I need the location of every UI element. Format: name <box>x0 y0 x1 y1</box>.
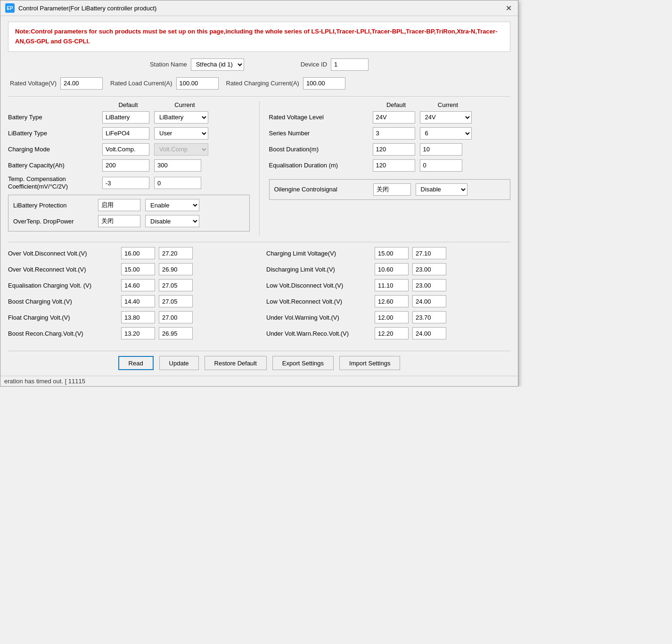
battery-capacity-row: Battery Capacity(Ah) <box>8 159 250 172</box>
lvdv-default[interactable] <box>375 279 409 291</box>
ovr-default[interactable] <box>121 263 155 275</box>
fcv-current[interactable] <box>159 311 193 323</box>
libattery-type-label: LiBattery Type <box>8 130 102 137</box>
equalisation-duration-default[interactable] <box>373 159 415 172</box>
boost-duration-default[interactable] <box>373 143 415 156</box>
note-text: Note:Control parameters for such product… <box>15 27 503 47</box>
oilengine-current[interactable]: Enable Disable <box>416 183 467 196</box>
boost-duration-current[interactable] <box>420 143 462 156</box>
left-current-header: Current <box>154 101 215 108</box>
station-name-select[interactable]: Střecha (id 1) <box>191 58 244 71</box>
battery-type-current[interactable]: LiBattery <box>154 111 208 124</box>
device-id-label: Device ID <box>301 61 327 68</box>
brcv-default[interactable] <box>121 327 155 339</box>
battery-type-default[interactable] <box>102 111 149 124</box>
import-button[interactable]: Import Settings <box>339 356 400 370</box>
restore-button[interactable]: Restore Default <box>205 356 267 370</box>
right-default-header: Default <box>373 101 420 108</box>
uvwrv-row: Under Volt.Warn.Reco.Volt.(V) <box>266 327 510 339</box>
battery-capacity-current[interactable] <box>154 159 201 172</box>
libattery-type-default[interactable] <box>102 127 149 140</box>
libattery-protection-default[interactable] <box>98 199 140 211</box>
content-area: Note:Control parameters for such product… <box>0 16 518 376</box>
ecv-label: Equalisation Charging Volt. (V) <box>8 282 121 289</box>
rated-voltage-level-current[interactable]: 12V 24V 36V 48V <box>420 111 472 124</box>
series-number-current[interactable]: 3 4 5 6 7 8 <box>420 127 472 140</box>
libattery-protection-current[interactable]: Enable Disable <box>145 199 199 211</box>
read-button[interactable]: Read <box>118 356 154 370</box>
charging-mode-default[interactable] <box>102 143 149 156</box>
fcv-row: Float Charging Volt.(V) <box>8 311 252 323</box>
oilengine-group-box: Oilengine Controlsignal Enable Disable <box>269 179 511 200</box>
libattery-type-row: LiBattery Type LiFePO4 User <box>8 127 250 140</box>
bcv-default[interactable] <box>121 295 155 307</box>
close-button[interactable]: ✕ <box>504 3 513 13</box>
ecv-current[interactable] <box>159 279 193 291</box>
clv-row: Charging Limit Voltage(V) <box>266 247 510 259</box>
oilengine-default[interactable] <box>373 183 411 196</box>
buttons-row: Read Update Restore Default Export Setti… <box>8 351 510 370</box>
battery-capacity-label: Battery Capacity(Ah) <box>8 162 102 169</box>
clv-current[interactable] <box>412 247 446 259</box>
dlv-default[interactable] <box>375 263 409 275</box>
fcv-default[interactable] <box>121 311 155 323</box>
series-number-label: Series Number <box>269 130 373 137</box>
dlv-current[interactable] <box>412 263 446 275</box>
dlv-label: Discharging Limit Volt.(V) <box>266 266 375 273</box>
lvdv-current[interactable] <box>412 279 446 291</box>
temp-comp-default[interactable] <box>102 177 149 189</box>
protection-group-box: LiBattery Protection Enable Disable Over… <box>8 195 250 231</box>
charging-mode-label: Charging Mode <box>8 146 102 153</box>
battery-capacity-default[interactable] <box>102 159 149 172</box>
rated-charging-label: Rated Charging Current(A) <box>226 80 299 87</box>
uvwrv-default[interactable] <box>375 327 409 339</box>
rated-load-input[interactable] <box>176 77 219 90</box>
uvwv-current[interactable] <box>412 311 446 323</box>
fcv-label: Float Charging Volt.(V) <box>8 314 121 321</box>
dlv-row: Discharging Limit Volt.(V) <box>266 263 510 275</box>
temp-comp-label: Temp. CompensationCoefficient(mV/°C/2V) <box>8 175 102 191</box>
device-id-input[interactable] <box>331 58 369 71</box>
lvrv-current[interactable] <box>412 295 446 307</box>
voltage-right: Charging Limit Voltage(V) Discharging Li… <box>266 247 510 343</box>
rated-voltage-input[interactable] <box>60 77 103 90</box>
uvwrv-label: Under Volt.Warn.Reco.Volt.(V) <box>266 330 375 337</box>
lvrv-label: Low Volt.Reconnect Volt.(V) <box>266 298 375 305</box>
clv-default[interactable] <box>375 247 409 259</box>
overtemp-default[interactable] <box>98 215 140 227</box>
equalisation-duration-current[interactable] <box>420 159 462 172</box>
lvdv-label: Low Volt.Disconnect Volt.(V) <box>266 282 375 289</box>
ecv-default[interactable] <box>121 279 155 291</box>
boost-duration-label: Boost Duration(m) <box>269 146 373 153</box>
ovr-current[interactable] <box>159 263 193 275</box>
rated-charging-input[interactable] <box>303 77 345 90</box>
rated-charging-group: Rated Charging Current(A) <box>226 77 345 90</box>
brcv-label: Boost Recon.Charg.Volt.(V) <box>8 330 121 337</box>
uvwrv-current[interactable] <box>412 327 446 339</box>
series-number-default[interactable] <box>373 127 415 140</box>
brcv-current[interactable] <box>159 327 193 339</box>
ecv-row: Equalisation Charging Volt. (V) <box>8 279 252 291</box>
temp-comp-current[interactable] <box>154 177 201 189</box>
overtemp-current[interactable]: Enable Disable <box>145 215 199 227</box>
params-main: Default Current Battery Type LiBattery L… <box>8 101 510 236</box>
station-name-group: Station Name Střecha (id 1) <box>150 58 244 71</box>
libattery-type-current[interactable]: LiFePO4 User <box>154 127 208 140</box>
left-params: Default Current Battery Type LiBattery L… <box>8 101 260 236</box>
app-icon: EP <box>5 3 15 13</box>
rated-voltage-level-default[interactable] <box>373 111 415 124</box>
export-button[interactable]: Export Settings <box>272 356 334 370</box>
equalisation-duration-label: Equalisation Duration (m) <box>269 162 373 169</box>
charging-mode-current[interactable]: Volt.Comp <box>154 143 208 156</box>
oilengine-row: Oilengine Controlsignal Enable Disable <box>274 183 506 196</box>
update-button[interactable]: Update <box>159 356 199 370</box>
bcv-current[interactable] <box>159 295 193 307</box>
lvrv-default[interactable] <box>375 295 409 307</box>
ovd-default[interactable] <box>121 247 155 259</box>
uvwv-default[interactable] <box>375 311 409 323</box>
note-box: Note:Control parameters for such product… <box>8 22 510 52</box>
ovr-row: Over Volt.Reconnect Volt.(V) <box>8 263 252 275</box>
ovd-current[interactable] <box>159 247 193 259</box>
rated-voltage-label: Rated Voltage(V) <box>10 80 57 87</box>
right-current-header: Current <box>420 101 476 108</box>
